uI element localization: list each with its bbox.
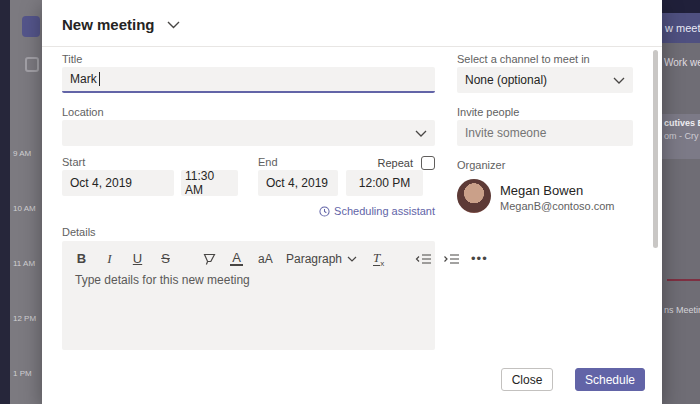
- repeat-control: Repeat: [342, 156, 435, 170]
- start-date-picker[interactable]: Oct 4, 2019: [62, 170, 174, 196]
- chevron-down-icon: [347, 256, 357, 262]
- chevron-down-icon: [415, 130, 427, 137]
- font-color-icon[interactable]: A: [230, 251, 243, 266]
- event-title-fragment: cutives Bi: [664, 118, 700, 128]
- close-button[interactable]: Close: [501, 368, 553, 391]
- header-divider: [42, 46, 662, 47]
- channel-value: None (optional): [465, 73, 547, 87]
- dialog-header: New meeting: [62, 16, 180, 33]
- clear-formatting-icon[interactable]: Tx: [372, 250, 385, 268]
- app-left-rail: [0, 0, 10, 404]
- end-label: End: [258, 156, 278, 168]
- time-label: 1 PM: [13, 369, 32, 378]
- invite-people-label: Invite people: [457, 106, 519, 118]
- start-label: Start: [62, 156, 85, 168]
- text-cursor: [99, 72, 100, 86]
- event-location-fragment: om - Cry: [664, 131, 700, 141]
- time-label: 10 AM: [13, 204, 36, 213]
- time-label: 11 AM: [13, 259, 35, 268]
- dimmed-work-week-label: Work we: [664, 57, 700, 68]
- title-value: Mark: [70, 72, 97, 86]
- chevron-down-icon: [613, 77, 625, 84]
- scheduling-assistant-label: Scheduling assistant: [334, 205, 435, 217]
- outdent-icon[interactable]: [415, 253, 428, 265]
- details-placeholder: Type details for this new meeting: [75, 273, 250, 287]
- chevron-down-icon[interactable]: [167, 21, 180, 29]
- bold-icon[interactable]: B: [75, 251, 88, 266]
- scheduling-assistant-link[interactable]: Scheduling assistant: [62, 205, 435, 217]
- end-time-picker[interactable]: 12:00 PM: [346, 170, 423, 196]
- end-date-picker[interactable]: Oct 4, 2019: [258, 170, 338, 196]
- title-input[interactable]: Mark: [62, 67, 435, 93]
- new-meeting-dialog: New meeting Title Mark Location Start En…: [42, 0, 662, 404]
- dimmed-new-meeting-button: w meeti: [662, 13, 700, 43]
- title-label: Title: [62, 53, 82, 65]
- location-dropdown[interactable]: [62, 120, 435, 146]
- schedule-button[interactable]: Schedule: [575, 368, 645, 391]
- organizer-email: MeganB@contoso.com: [500, 200, 615, 212]
- invite-people-input[interactable]: [465, 126, 625, 140]
- current-time-indicator: [667, 279, 700, 281]
- time-label: 12 PM: [13, 314, 36, 323]
- organizer-avatar: [457, 179, 491, 213]
- details-label: Details: [62, 226, 96, 238]
- app-top-bar: [662, 0, 700, 13]
- dimmed-calendar-icon: [25, 57, 39, 72]
- channel-dropdown[interactable]: None (optional): [457, 67, 633, 93]
- indent-icon[interactable]: [443, 253, 456, 265]
- repeat-label: Repeat: [378, 157, 413, 169]
- location-label: Location: [62, 106, 104, 118]
- dialog-scrollbar[interactable]: [653, 50, 658, 248]
- time-label: 9 AM: [13, 149, 31, 158]
- dimmed-calendar-event: cutives Bi om - Cry: [662, 114, 700, 159]
- details-editor[interactable]: B I U S A aA Paragraph Tx: [62, 241, 435, 350]
- strikethrough-icon[interactable]: S: [159, 251, 172, 266]
- calendar-background-right: w meeti Work we cutives Bi om - Cry ns M…: [662, 0, 700, 404]
- channel-label: Select a channel to meet in: [457, 53, 590, 65]
- formatting-toolbar: B I U S A aA Paragraph Tx: [62, 241, 435, 268]
- dialog-title: New meeting: [62, 16, 155, 33]
- organizer-label: Organizer: [457, 159, 505, 171]
- paragraph-style-dropdown[interactable]: Paragraph: [286, 252, 357, 266]
- dimmed-toolbar-icon: [22, 16, 40, 37]
- underline-icon[interactable]: U: [131, 251, 144, 266]
- organizer-name: Megan Bowen: [500, 183, 583, 198]
- font-size-icon[interactable]: aA: [258, 252, 271, 266]
- clock-icon: [319, 206, 330, 217]
- start-time-picker[interactable]: 11:30 AM: [181, 170, 238, 196]
- dimmed-event-fragment: ns Meetin: [664, 305, 700, 315]
- italic-icon[interactable]: I: [103, 251, 116, 267]
- invite-people-field: [457, 120, 633, 146]
- highlight-icon[interactable]: [202, 252, 215, 266]
- more-options-icon[interactable]: •••: [471, 251, 484, 266]
- repeat-checkbox[interactable]: [421, 156, 435, 170]
